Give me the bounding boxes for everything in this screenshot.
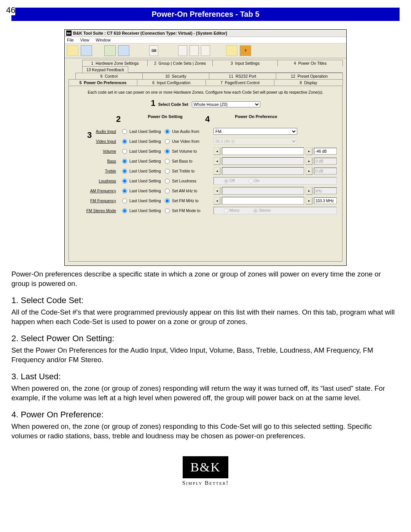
slider-left-icon[interactable]: ◂ bbox=[213, 147, 220, 155]
pref-radio-group: OffOn bbox=[213, 177, 337, 185]
setting-pref: ◂▸0 dB bbox=[213, 157, 337, 165]
tab-input-configuration[interactable]: 6 Input Configuration bbox=[137, 79, 206, 86]
tab-hardware-zone[interactable]: 1 Hardware Zone Settings bbox=[82, 60, 148, 66]
slider-right-icon[interactable]: ▸ bbox=[306, 197, 312, 204]
pref-radio-a bbox=[224, 208, 229, 213]
tab-control[interactable]: 9 Control bbox=[75, 73, 143, 79]
section-body: When powered on, the zone (or group of z… bbox=[11, 384, 400, 403]
tab-power-on-preferences[interactable]: 5 Power On Preferences bbox=[68, 79, 137, 86]
section-head: 1. Select Code Set: bbox=[11, 296, 400, 305]
setting-label: Treble bbox=[74, 169, 118, 173]
radio-last-used[interactable] bbox=[122, 169, 127, 174]
toolbar-device1-icon[interactable] bbox=[178, 45, 187, 56]
radio-set-to[interactable] bbox=[165, 169, 170, 174]
setting-pref: FM bbox=[213, 128, 337, 135]
menu-file[interactable]: File bbox=[67, 38, 74, 42]
radio-last-used[interactable] bbox=[122, 139, 127, 144]
tab-page-event[interactable]: 7 Page/Event Control bbox=[206, 79, 274, 86]
radio-last-used[interactable] bbox=[122, 179, 127, 184]
tab-row-3: 9 Control 10 Security 11 RS232 Port 12 P… bbox=[68, 73, 342, 79]
slider-track bbox=[222, 167, 304, 175]
footer-logo: B&K Simply Better! bbox=[11, 456, 400, 486]
intro-text: Power-On preferences describe a specific… bbox=[11, 270, 400, 289]
radio-set-to[interactable] bbox=[165, 189, 170, 193]
pref-select[interactable]: FM bbox=[213, 128, 297, 135]
slider-track bbox=[222, 187, 304, 195]
radio-set-to[interactable] bbox=[165, 208, 170, 213]
radio-last-used[interactable] bbox=[122, 159, 127, 164]
radio-last-used[interactable] bbox=[122, 189, 127, 193]
setting-row-treble: TrebleLast Used SettingSet Treble to◂▸0 … bbox=[74, 166, 337, 176]
app-icon: BK bbox=[66, 30, 72, 36]
toolbar-clock-icon[interactable] bbox=[226, 45, 237, 56]
help-text: Each code set in use can power on one or… bbox=[74, 90, 337, 94]
radio-set-to[interactable] bbox=[165, 198, 170, 203]
callout-2: 2 bbox=[116, 114, 125, 124]
radio-last-used[interactable] bbox=[122, 149, 127, 154]
slider-right-icon: ▸ bbox=[306, 167, 312, 175]
section-head: 3. Last Used: bbox=[11, 372, 400, 382]
tab-rs232[interactable]: 11 RS232 Port bbox=[209, 73, 276, 79]
app-window: BK B&K Tool Suite : CT 610 Receiver (Con… bbox=[64, 29, 347, 266]
tab-security[interactable]: 10 Security bbox=[142, 73, 210, 79]
toolbar-device3-icon[interactable] bbox=[201, 45, 210, 56]
radio-last-used[interactable] bbox=[122, 198, 127, 203]
radio-last-used[interactable] bbox=[122, 129, 127, 134]
bk-logo-tag: Simply Better! bbox=[11, 480, 400, 486]
setting-radios: Last Used SettingSet Loudness bbox=[120, 179, 211, 184]
toolbar-source-full-icon[interactable] bbox=[104, 45, 116, 56]
slider-left-icon[interactable]: ◂ bbox=[213, 197, 220, 204]
slider-track[interactable] bbox=[222, 197, 304, 204]
pref-value: 0 dB bbox=[314, 158, 337, 165]
tab-display[interactable]: 8 Display bbox=[274, 79, 343, 86]
tab-power-on-titles[interactable]: 4 Power On Titles bbox=[277, 60, 343, 66]
toolbar-edit-icon[interactable] bbox=[81, 45, 92, 56]
slider-track[interactable] bbox=[222, 147, 304, 155]
bk-logo-box: B&K bbox=[183, 456, 228, 478]
pref-value: kHz bbox=[314, 187, 337, 194]
radio-set-to[interactable] bbox=[165, 159, 170, 164]
window-title: B&K Tool Suite : CT 610 Receiver (Connec… bbox=[73, 31, 227, 35]
radio-set-to[interactable] bbox=[165, 149, 170, 154]
section-body: Set the Power On Preferences for the Aud… bbox=[11, 346, 400, 365]
pref-radio-b bbox=[253, 208, 258, 213]
radio-last-used[interactable] bbox=[122, 208, 127, 213]
code-set-select[interactable]: Whole House (Z0) bbox=[192, 101, 260, 107]
toolbar-help-icon[interactable]: ? bbox=[240, 45, 251, 56]
toolbar-device2-icon[interactable] bbox=[190, 45, 199, 56]
tab-area: 1 Hardware Zone Settings 2 Group | Code … bbox=[65, 58, 346, 265]
radio-set-to[interactable] bbox=[165, 129, 170, 134]
toolbar-rs232-icon[interactable] bbox=[118, 45, 129, 56]
setting-pref: MonoStereo bbox=[213, 207, 337, 214]
setting-radios: Last Used SettingSet Treble to bbox=[120, 169, 211, 174]
slider-left-icon: ◂ bbox=[213, 157, 220, 165]
tab-preset-operation[interactable]: 12 Preset Operation bbox=[276, 73, 343, 79]
callout-4: 4 bbox=[205, 114, 214, 124]
page-number: 46 bbox=[6, 5, 15, 15]
radio-set-to[interactable] bbox=[165, 139, 170, 144]
setting-row-video-input: Video InputLast Used SettingUse Video fr… bbox=[74, 136, 337, 146]
setting-radios: Last Used SettingSet Volume to bbox=[120, 149, 211, 154]
setting-row-audio-input: Audio InputLast Used SettingUse Audio fr… bbox=[74, 126, 337, 136]
setting-pref: IN 1 (IN 1) bbox=[213, 138, 337, 145]
menubar: File View Window bbox=[65, 37, 346, 43]
setting-label: Audio Input bbox=[74, 129, 118, 134]
tab-input-settings[interactable]: 3 Input Settings bbox=[212, 60, 278, 66]
setting-radios: Last Used SettingUse Video from bbox=[120, 139, 211, 144]
slider-right-icon[interactable]: ▸ bbox=[306, 147, 312, 155]
toolbar-basic-setup-icon[interactable] bbox=[67, 45, 78, 56]
tab-keypad-feedback[interactable]: 13 Keypad Feedback bbox=[82, 66, 128, 73]
setting-row-volume: VolumeLast Used SettingSet Volume to◂▸-4… bbox=[74, 146, 337, 156]
toolbar-keyboard-icon[interactable]: ⌨ bbox=[149, 45, 158, 56]
titlebar: BK B&K Tool Suite : CT 610 Receiver (Con… bbox=[65, 30, 346, 37]
radio-set-to[interactable] bbox=[165, 179, 170, 184]
menu-window[interactable]: Window bbox=[96, 38, 111, 42]
setting-label: FM Frequency bbox=[74, 198, 118, 203]
menu-view[interactable]: View bbox=[80, 38, 89, 42]
banner-title: Power-On Preferences - Tab 5 bbox=[151, 10, 259, 18]
setting-pref: ◂▸0 dB bbox=[213, 167, 337, 175]
tab-row-4: 5 Power On Preferences 6 Input Configura… bbox=[68, 79, 342, 86]
header-setting: Power On Setting bbox=[125, 114, 205, 124]
setting-label: FM Stereo Mode bbox=[74, 208, 118, 213]
tab-group-code-sets[interactable]: 2 Group | Code Sets | Zones bbox=[147, 60, 213, 66]
